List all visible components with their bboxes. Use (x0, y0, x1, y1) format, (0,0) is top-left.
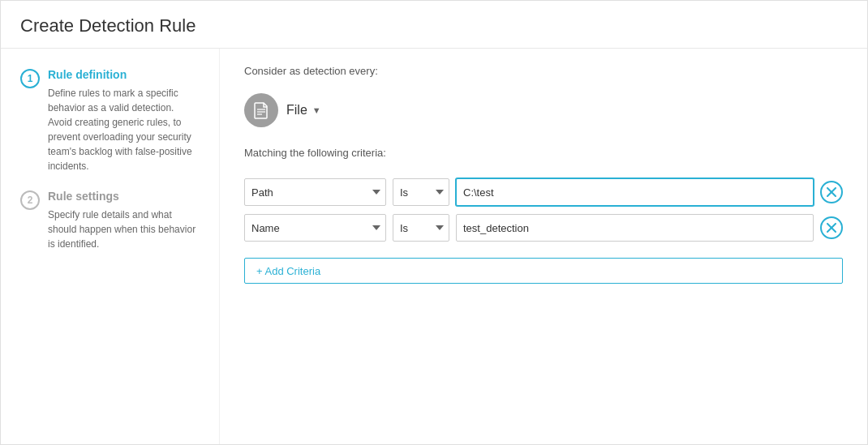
criteria-row-1: Path Name Hash Extension Size Is Is not … (244, 178, 843, 206)
page-container: Create Detection Rule 1 Rule definition … (0, 0, 868, 445)
matching-label: Matching the following criteria: (244, 147, 843, 159)
operator-select-2[interactable]: Is Is not Contains Starts with (393, 214, 449, 242)
field-select-2[interactable]: Name Path Hash Extension Size (244, 214, 386, 242)
sidebar: 1 Rule definition Define rules to mark a… (1, 49, 220, 444)
step-1-circle: 1 (20, 69, 40, 88)
operator-select-1[interactable]: Is Is not Contains Starts with (393, 178, 449, 206)
step-1-content: Rule definition Define rules to mark a s… (48, 68, 200, 173)
step-1-item: 1 Rule definition Define rules to mark a… (20, 68, 200, 173)
remove-criteria-1-button[interactable] (820, 181, 843, 203)
step-2-desc: Specify rule details and what should hap… (48, 208, 200, 251)
add-criteria-button[interactable]: + Add Criteria (244, 258, 843, 284)
step-1-desc: Define rules to mark a specific behavior… (48, 86, 200, 173)
field-select-1[interactable]: Path Name Hash Extension Size (244, 178, 386, 206)
value-input-2[interactable] (456, 214, 814, 242)
entity-type-dropdown[interactable]: File ▼ (286, 103, 321, 118)
step-2-content: Rule settings Specify rule details and w… (48, 190, 200, 251)
consider-label: Consider as detection every: (244, 65, 843, 77)
main-content: Consider as detection every: File ▼ (220, 49, 867, 444)
file-icon (244, 93, 278, 127)
step-1-title: Rule definition (48, 68, 200, 81)
entity-chevron-icon: ▼ (312, 105, 321, 115)
remove-criteria-2-button[interactable] (820, 216, 843, 239)
criteria-row-2: Name Path Hash Extension Size Is Is not … (244, 214, 843, 242)
step-2-circle: 2 (20, 190, 40, 210)
step-2-item: 2 Rule settings Specify rule details and… (20, 190, 200, 251)
content-area: 1 Rule definition Define rules to mark a… (1, 49, 867, 444)
step-2-title: Rule settings (48, 190, 200, 203)
entity-selector: File ▼ (244, 93, 843, 127)
criteria-rows: Path Name Hash Extension Size Is Is not … (244, 178, 843, 242)
entity-type-label: File (286, 103, 307, 118)
value-input-1[interactable] (456, 178, 814, 206)
page-title: Create Detection Rule (1, 1, 867, 49)
